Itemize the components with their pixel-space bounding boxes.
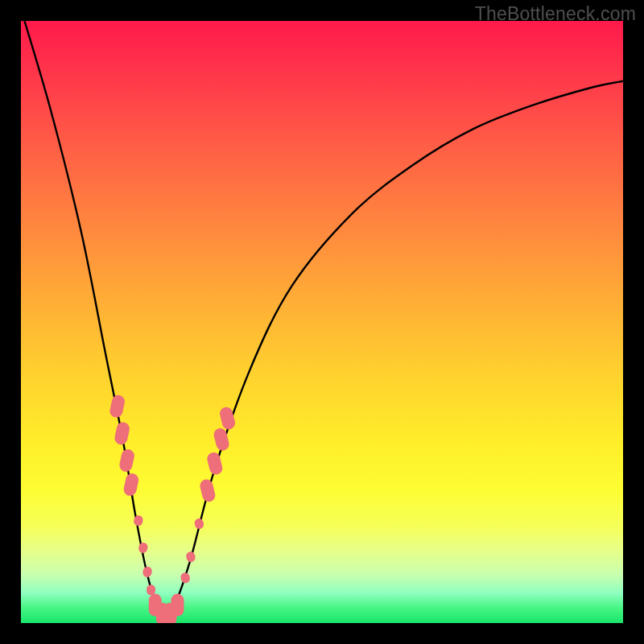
data-point — [142, 566, 152, 578]
watermark-text: TheBottleneck.com — [475, 3, 636, 25]
chart-svg — [21, 21, 623, 623]
marker-layer — [109, 394, 237, 623]
plot-area — [21, 21, 623, 623]
bottleneck-curve — [21, 21, 623, 617]
data-point — [171, 594, 184, 617]
data-point — [133, 514, 143, 526]
data-point — [147, 584, 155, 595]
data-point — [138, 542, 148, 554]
data-point — [118, 448, 135, 473]
data-point — [185, 551, 196, 563]
data-point — [193, 518, 204, 530]
chart-frame: TheBottleneck.com — [0, 0, 644, 644]
data-point — [206, 451, 224, 476]
data-point — [109, 394, 126, 419]
data-point — [114, 421, 130, 446]
data-point — [199, 478, 217, 503]
data-point — [122, 473, 139, 497]
curve-layer — [21, 21, 623, 617]
data-point — [180, 572, 191, 584]
